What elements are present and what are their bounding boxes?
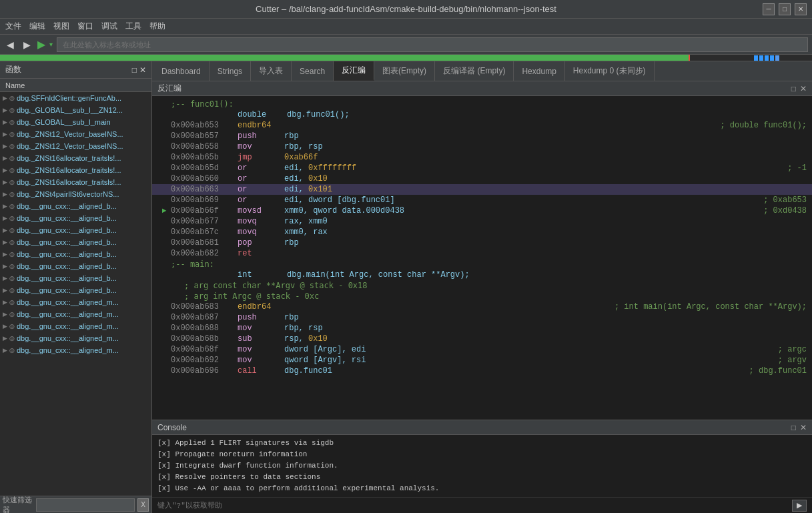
asm-line[interactable]: 0x000ab653 endbr64 ; double func01(); <box>152 120 812 131</box>
sidebar-item[interactable]: ▶ ◎ dbg.__gnu_cxx::__aligned_m... <box>0 320 151 332</box>
asm-mnemonic: endbr64 <box>238 302 284 312</box>
asm-line[interactable]: 0x000ab657 push rbp <box>152 131 812 141</box>
tab-图表(empty)[interactable]: 图表(Empty) <box>374 61 435 81</box>
sidebar-item[interactable]: ▶ ◎ dbg.__gnu_cxx::__aligned_b... <box>0 212 151 224</box>
console-line: [x] Integrate dwarf function information… <box>157 460 807 472</box>
sidebar-item[interactable]: ▶ ◎ dbg.__gnu_cxx::__aligned_b... <box>0 200 151 212</box>
back-button[interactable]: ◀ <box>4 39 17 50</box>
asm-register: rbp <box>284 313 299 322</box>
asm-line[interactable]: 0x000ab660 or edi, 0x10 <box>152 173 812 184</box>
asm-mnemonic: or <box>238 163 284 173</box>
asm-operands: rbp, rsp <box>284 141 807 152</box>
sidebar-item[interactable]: ▶ ◎ dbg.__gnu_cxx::__aligned_m... <box>0 308 151 320</box>
quick-filter-input[interactable] <box>36 498 135 512</box>
asm-line[interactable]: 0x000ab681 pop rbp <box>152 237 812 248</box>
asm-line[interactable]: 0x000ab68b sub rsp, 0x10 <box>152 334 812 344</box>
asm-operands: rsp, 0x10 <box>284 334 807 344</box>
menu-item-帮助[interactable]: 帮助 <box>149 21 165 32</box>
tab-strings[interactable]: Strings <box>210 61 251 81</box>
play-dropdown[interactable]: ▾ <box>49 41 53 48</box>
asm-line[interactable]: 0x000ab687 push rbp <box>152 312 812 323</box>
item-circle-icon: ◎ <box>9 335 15 342</box>
close-button[interactable]: ✕ <box>795 3 807 15</box>
play-button[interactable]: ▶ <box>37 38 45 51</box>
menu-item-窗口[interactable]: 窗口 <box>77 21 93 32</box>
sidebar-item[interactable]: ▶ ◎ dbg.SFFnIdClient::genFuncAb... <box>0 92 151 104</box>
asm-line[interactable]: ; arg int Argc @ stack - 0xc <box>152 291 812 302</box>
asm-line[interactable]: ► 0x000ab66f movsd xmm0, qword data.000d… <box>152 205 812 216</box>
sidebar-item[interactable]: ▶ ◎ dbg.__gnu_cxx::__aligned_b... <box>0 260 151 272</box>
disasm-icon-1[interactable]: □ <box>791 84 796 93</box>
sidebar-item[interactable]: ▶ ◎ dbg.__gnu_cxx::__aligned_b... <box>0 272 151 284</box>
sidebar-item[interactable]: ▶ ◎ dbg.__gnu_cxx::__aligned_m... <box>0 332 151 344</box>
asm-line[interactable]: 0x000ab696 call dbg.func01 ; dbg.func01 <box>152 366 812 376</box>
progress-blocks <box>754 55 779 61</box>
minimize-button[interactable]: ─ <box>763 3 775 15</box>
sidebar-icon-2[interactable]: ✕ <box>139 65 146 75</box>
tab-反编译器-(empty)[interactable]: 反编译器 (Empty) <box>435 61 514 81</box>
asm-line[interactable]: 0x000ab669 or edi, dword [dbg.func01] ; … <box>152 195 812 205</box>
sidebar-item[interactable]: ▶ ◎ dbg.__gnu_cxx::__aligned_b... <box>0 248 151 260</box>
asm-line[interactable]: 0x000ab65d or edi, 0xffffffff ; -1 <box>152 163 812 173</box>
address-input[interactable] <box>57 37 808 52</box>
sidebar-item[interactable]: ▶ ◎ dbg._ZNSt12_Vector_baseINS... <box>0 128 151 140</box>
menu-item-视图[interactable]: 视图 <box>53 21 69 32</box>
sidebar-item[interactable]: ▶ ◎ dbg._ZNSt12_Vector_baseINS... <box>0 140 151 152</box>
sidebar-item[interactable]: ▶ ◎ dbg._GLOBAL__sub_I_main <box>0 116 151 128</box>
sidebar-item[interactable]: ▶ ◎ dbg.__gnu_cxx::__aligned_b... <box>0 236 151 248</box>
tab-search[interactable]: Search <box>292 61 334 81</box>
asm-line[interactable]: 0x000ab682 ret <box>152 248 812 259</box>
window-controls: ─ □ ✕ <box>763 3 807 15</box>
tab-反汇编[interactable]: 反汇编 <box>334 61 374 81</box>
asm-line[interactable]: 0x000ab688 mov rbp, rsp <box>152 323 812 334</box>
sidebar-item[interactable]: ▶ ◎ dbg._ZNSt16allocator_traitsls!... <box>0 176 151 188</box>
console-input[interactable] <box>157 502 789 510</box>
asm-line[interactable]: ;-- main: <box>152 259 812 270</box>
console-send-button[interactable]: ▶ <box>792 500 807 512</box>
asm-line[interactable]: 0x000ab68f mov dword [Argc], edi ; argc <box>152 344 812 355</box>
disasm-content[interactable]: ;-- func01(): double dbg.func01(); 0x000… <box>152 96 812 420</box>
asm-operands: qword [Argv], rsi <box>284 355 773 366</box>
forward-button[interactable]: ▶ <box>21 39 33 50</box>
asm-line[interactable]: int dbg.main(int Argc, const char **Argv… <box>152 270 812 280</box>
clear-filter-button[interactable]: X <box>137 498 149 512</box>
menu-item-调试[interactable]: 调试 <box>101 21 117 32</box>
asm-line[interactable]: ;-- func01(): <box>152 99 812 109</box>
menu-item-工具[interactable]: 工具 <box>125 21 141 32</box>
asm-line[interactable]: 0x000ab65b jmp 0xab66f <box>152 152 812 163</box>
sidebar-item[interactable]: ▶ ◎ dbg.__gnu_cxx::__aligned_b... <box>0 224 151 236</box>
sidebar-item-label: dbg._ZNSt16allocator_traitsls!... <box>17 178 121 186</box>
tab-hexdump-0-(未同步)[interactable]: Hexdump 0 (未同步) <box>565 61 655 81</box>
tab-导入表[interactable]: 导入表 <box>251 61 292 81</box>
tab-hexdump[interactable]: Hexdump <box>514 61 564 81</box>
asm-line[interactable]: double dbg.func01(); <box>152 109 812 120</box>
asm-line[interactable]: 0x000ab692 mov qword [Argv], rsi ; argv <box>152 355 812 366</box>
asm-hex: 0xffffffff <box>308 163 356 173</box>
console-icon-1[interactable]: □ <box>791 423 796 432</box>
sidebar-item[interactable]: ▶ ◎ dbg.__gnu_cxx::__aligned_m... <box>0 344 151 356</box>
maximize-button[interactable]: □ <box>779 3 791 15</box>
disasm-icon-2[interactable]: ✕ <box>800 84 807 93</box>
sidebar-item[interactable]: ▶ ◎ dbg.__gnu_cxx::__aligned_m... <box>0 296 151 308</box>
sidebar-icon-1[interactable]: □ <box>132 65 137 75</box>
tab-dashboard[interactable]: Dashboard <box>153 61 210 81</box>
asm-line[interactable]: 0x000ab663 or edi, 0x101 <box>152 184 812 195</box>
asm-line[interactable]: ; arg const char **Argv @ stack - 0x18 <box>152 280 812 291</box>
sidebar-item[interactable]: ▶ ◎ dbg.__gnu_cxx::__aligned_b... <box>0 284 151 296</box>
progress-bar[interactable] <box>0 55 812 61</box>
menu-item-编辑[interactable]: 编辑 <box>29 21 45 32</box>
sidebar-item[interactable]: ▶ ◎ dbg._ZNSt4pairIlSt6vectorNS... <box>0 188 151 200</box>
asm-line[interactable]: 0x000ab677 movq rax, xmm0 <box>152 216 812 227</box>
sidebar-list[interactable]: ▶ ◎ dbg.SFFnIdClient::genFuncAb... ▶ ◎ d… <box>0 92 151 496</box>
sidebar-item[interactable]: ▶ ◎ dbg._GLOBAL__sub_I__ZN12... <box>0 104 151 116</box>
asm-line[interactable]: 0x000ab658 mov rbp, rsp <box>152 141 812 152</box>
asm-address: 0x000ab67c <box>171 227 238 237</box>
asm-mnemonic: sub <box>238 334 284 344</box>
sidebar-item[interactable]: ▶ ◎ dbg._ZNSt16allocator_traitsls!... <box>0 164 151 176</box>
sidebar-item[interactable]: ▶ ◎ dbg._ZNSt16allocator_traitsls!... <box>0 152 151 164</box>
asm-line[interactable]: 0x000ab683 endbr64 ; int main(int Argc, … <box>152 302 812 312</box>
console-icon-2[interactable]: ✕ <box>800 423 807 432</box>
menu-item-文件[interactable]: 文件 <box>5 21 21 32</box>
expand-arrow: ▶ <box>3 155 9 161</box>
asm-line[interactable]: 0x000ab67c movq xmm0, rax <box>152 227 812 237</box>
